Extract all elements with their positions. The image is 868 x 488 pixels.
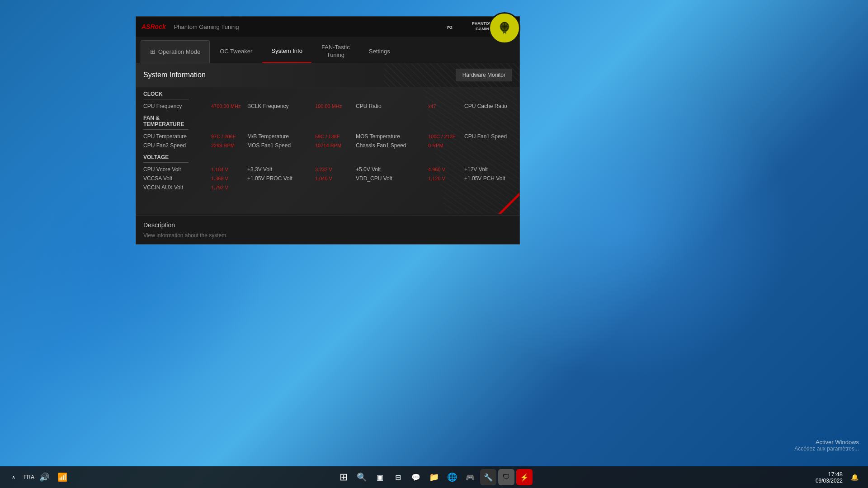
fan-temp-group-title: FAN & TEMPERATURE [143,115,189,130]
edge-button[interactable]: 🌐 [444,469,460,485]
vccin-aux-label: VCCIN AUX Volt [143,184,211,191]
mos-temp-value: 100C / 212F [428,134,464,139]
tab-oc-tweaker[interactable]: OC Tweaker [211,40,261,63]
v50-value: 4.960 V [428,167,464,172]
voltage-rows: CPU Vcore Volt 1.184 V +3.3V Volt 3.232 … [143,166,512,191]
section-title: System Information [143,71,206,79]
taskbar: ∧ FRA 🔊 📶 ⊞ 🔍 ▣ ⊟ 💬 📁 🌐 🎮 🔧 🛡 ⚡ 17:48 09… [0,466,868,488]
chat-button[interactable]: 💬 [408,469,424,485]
voltage-section: VOLTAGE CPU Vcore Volt 1.184 V +3.3V Vol… [143,154,512,191]
mos-temp-label: MOS Temperature [356,133,428,140]
grid-icon: ⊞ [150,48,156,55]
title-bar: ASRock Phantom Gaming Tuning P2 PHANTOM … [136,17,519,37]
bclk-freq-label: BCLK Frequency [247,103,315,109]
v50-label: +5.0V Volt [356,166,428,173]
chassis-fan1-value: 0 RPM [428,143,464,148]
voltage-group-title: VOLTAGE [143,154,189,163]
tab-settings-label: Settings [369,48,390,55]
vccin-aux-value: 1.792 V [211,185,247,190]
start-button[interactable]: ⊞ [335,469,352,485]
fan-temp-rows: CPU Temperature 97C / 206F M/B Temperatu… [143,133,512,149]
phantom-logo-icon [495,19,514,37]
taskbar-right: 17:48 09/03/2022 🔔 [816,469,863,485]
search-button[interactable]: 🔍 [354,469,370,485]
mos-fan1-value: 10714 RPM [315,143,356,148]
app-logo-circle [489,12,520,44]
taskbar-left: ∧ FRA 🔊 📶 [5,469,71,485]
v105pch-label: +1.05V PCH Volt [464,175,519,182]
brand-as: AS [142,23,150,30]
tab-operation-mode-label: Operation Mode [158,48,200,55]
pg-icon: P2 [447,19,469,35]
phantom-gaming-logo: P2 PHANTOM GAMING [447,19,492,35]
v105proc-value: 1.040 V [315,176,356,181]
cpu-vcore-value: 1.184 V [211,167,247,172]
mb-temp-value: 59C / 138F [315,134,356,139]
clock-date: 09/03/2022 [816,478,843,484]
armory-button[interactable]: 🎮 [462,469,478,485]
vccsa-label: VCCSA Volt [143,175,211,182]
activate-title: Activer Windows [794,439,859,446]
speaker-icon[interactable]: 🔊 [36,469,52,485]
cpu-temp-value: 97C / 206F [211,134,247,139]
fan-temp-row-1: CPU Temperature 97C / 206F M/B Temperatu… [143,133,512,140]
asrock-brand: ASRock [142,23,166,30]
app3-button[interactable]: ⚡ [516,469,533,485]
clock-section: CLOCK CPU Frequency 4700.00 MHz BCLK Fre… [143,91,512,109]
tab-settings[interactable]: Settings [360,40,399,63]
fan-temp-section: FAN & TEMPERATURE CPU Temperature 97C / … [143,115,512,149]
tab-operation-mode[interactable]: ⊞ Operation Mode [141,40,210,63]
svg-text:P2: P2 [447,25,453,30]
cpu-ratio-label: CPU Ratio [356,103,428,109]
description-section: Description View information about the s… [136,216,519,244]
app-title: Phantom Gaming Tuning [174,23,239,30]
tab-oc-tweaker-label: OC Tweaker [220,48,252,55]
red-stripe [473,181,519,214]
clock-rows: CPU Frequency 4700.00 MHz BCLK Frequency… [143,103,512,109]
cpu-freq-value: 4700.00 MHz [211,103,247,109]
cpu-fan1-label: CPU Fan1 Speed [464,133,519,140]
mos-fan1-label: MOS Fan1 Speed [247,142,315,149]
task-view-button[interactable]: ▣ [372,469,388,485]
explorer-button[interactable]: 📁 [426,469,442,485]
app2-button[interactable]: 🛡 [498,469,514,485]
description-text: View information about the system. [143,232,512,239]
notification-button[interactable]: 🔔 [846,469,863,485]
taskbar-time: 17:48 09/03/2022 [816,471,843,484]
cpu-freq-label: CPU Frequency [143,103,211,109]
activate-subtitle: Accédez aux paramètres... [794,446,859,452]
app1-button[interactable]: 🔧 [480,469,496,485]
activate-windows-watermark: Activer Windows Accédez aux paramètres..… [794,439,859,452]
main-content: System Information Hardware Monitor CLOC… [136,63,519,244]
tab-system-info[interactable]: System Info [262,40,311,63]
clock-time: 17:48 [816,471,843,478]
clock-group-title: CLOCK [143,91,189,99]
voltage-row-3: VCCIN AUX Volt 1.792 V [143,184,512,191]
widgets-button[interactable]: ⊟ [390,469,406,485]
v33-value: 3.232 V [315,167,356,172]
vccsa-value: 1.368 V [211,176,247,181]
system-tray-chevron[interactable]: ∧ [5,469,22,485]
clock-row-1: CPU Frequency 4700.00 MHz BCLK Frequency… [143,103,512,109]
voltage-row-1: CPU Vcore Volt 1.184 V +3.3V Volt 3.232 … [143,166,512,173]
network-icon[interactable]: 📶 [54,469,71,485]
app-window: ASRock Phantom Gaming Tuning P2 PHANTOM … [136,16,520,244]
vdd-cpu-value: 1.120 V [428,176,464,181]
vdd-cpu-label: VDD_CPU Volt [356,175,428,182]
v33-label: +3.3V Volt [247,166,315,173]
tab-fan-tastic-label: FAN-TasticTuning [321,44,350,59]
cpu-ratio-value: x47 [428,103,464,109]
tab-fan-tastic[interactable]: FAN-TasticTuning [312,40,359,63]
voltage-row-2: VCCSA Volt 1.368 V +1.05V PROC Volt 1.04… [143,175,512,182]
section-header-bar: System Information Hardware Monitor [136,63,519,87]
cpu-temp-label: CPU Temperature [143,133,211,140]
cpu-fan2-label: CPU Fan2 Speed [143,142,211,149]
cpu-vcore-label: CPU Vcore Volt [143,166,211,173]
fan-temp-row-2: CPU Fan2 Speed 2298 RPM MOS Fan1 Speed 1… [143,142,512,149]
description-title: Description [143,221,512,229]
nav-tabs: ⊞ Operation Mode OC Tweaker System Info … [136,37,519,63]
hardware-monitor-button[interactable]: Hardware Monitor [456,69,512,81]
mb-temp-label: M/B Temperature [247,133,315,140]
v105proc-label: +1.05V PROC Volt [247,175,315,182]
tab-system-info-label: System Info [271,47,302,54]
